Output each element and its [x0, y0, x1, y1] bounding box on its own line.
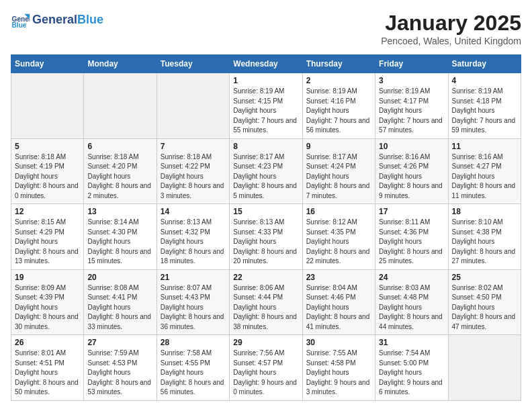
day-number: 14 [161, 207, 226, 216]
day-info: Sunrise: 8:13 AMSunset: 4:33 PMDaylight … [233, 218, 298, 267]
day-info: Sunrise: 7:59 AMSunset: 4:53 PMDaylight … [87, 349, 152, 398]
day-info: Sunrise: 8:17 AMSunset: 4:24 PMDaylight … [306, 152, 371, 201]
day-number: 11 [452, 142, 517, 151]
day-number: 23 [306, 273, 371, 282]
day-info: Sunrise: 8:14 AMSunset: 4:30 PMDaylight … [87, 218, 152, 267]
calendar-table: SundayMondayTuesdayWednesdayThursdayFrid… [11, 54, 521, 401]
day-cell: 12Sunrise: 8:15 AMSunset: 4:29 PMDayligh… [11, 204, 84, 270]
day-cell: 27Sunrise: 7:59 AMSunset: 4:53 PMDayligh… [84, 335, 157, 401]
day-cell: 7Sunrise: 8:18 AMSunset: 4:22 PMDaylight… [157, 138, 229, 204]
day-cell: 28Sunrise: 7:58 AMSunset: 4:55 PMDayligh… [157, 335, 229, 401]
day-number: 29 [233, 338, 298, 347]
day-number: 5 [15, 142, 80, 151]
calendar-title: January 2025 [381, 11, 521, 36]
day-number: 19 [15, 273, 80, 282]
day-info: Sunrise: 8:02 AMSunset: 4:50 PMDaylight … [452, 283, 517, 332]
day-info: Sunrise: 8:03 AMSunset: 4:48 PMDaylight … [379, 283, 444, 332]
day-info: Sunrise: 8:16 AMSunset: 4:27 PMDaylight … [452, 152, 517, 201]
day-cell: 15Sunrise: 8:13 AMSunset: 4:33 PMDayligh… [230, 204, 302, 270]
day-info: Sunrise: 8:19 AMSunset: 4:15 PMDaylight … [233, 87, 298, 136]
week-row-4: 19Sunrise: 8:09 AMSunset: 4:39 PMDayligh… [11, 269, 521, 335]
day-cell: 6Sunrise: 8:18 AMSunset: 4:20 PMDaylight… [84, 138, 157, 204]
day-cell: 8Sunrise: 8:17 AMSunset: 4:23 PMDaylight… [230, 138, 302, 204]
day-info: Sunrise: 8:10 AMSunset: 4:38 PMDaylight … [452, 218, 517, 267]
day-cell: 9Sunrise: 8:17 AMSunset: 4:24 PMDaylight… [302, 138, 375, 204]
day-cell [84, 73, 157, 139]
day-cell: 19Sunrise: 8:09 AMSunset: 4:39 PMDayligh… [11, 269, 84, 335]
day-number: 18 [452, 207, 517, 216]
day-number: 3 [379, 76, 444, 85]
day-info: Sunrise: 8:09 AMSunset: 4:39 PMDaylight … [15, 283, 80, 332]
weekday-header-row: SundayMondayTuesdayWednesdayThursdayFrid… [11, 55, 521, 73]
day-cell: 5Sunrise: 8:18 AMSunset: 4:19 PMDaylight… [11, 138, 84, 204]
day-cell: 31Sunrise: 7:54 AMSunset: 5:00 PMDayligh… [375, 335, 448, 401]
day-cell: 23Sunrise: 8:04 AMSunset: 4:46 PMDayligh… [302, 269, 375, 335]
day-number: 13 [87, 207, 152, 216]
weekday-header-tuesday: Tuesday [157, 55, 229, 73]
day-cell: 22Sunrise: 8:06 AMSunset: 4:44 PMDayligh… [230, 269, 302, 335]
day-cell: 29Sunrise: 7:56 AMSunset: 4:57 PMDayligh… [230, 335, 302, 401]
day-cell: 10Sunrise: 8:16 AMSunset: 4:26 PMDayligh… [375, 138, 448, 204]
day-cell [157, 73, 229, 139]
day-info: Sunrise: 8:18 AMSunset: 4:22 PMDaylight … [161, 152, 226, 201]
day-number: 6 [87, 142, 152, 151]
day-cell: 16Sunrise: 8:12 AMSunset: 4:35 PMDayligh… [302, 204, 375, 270]
day-number: 26 [15, 338, 80, 347]
day-number: 9 [306, 142, 371, 151]
day-info: Sunrise: 7:56 AMSunset: 4:57 PMDaylight … [233, 349, 298, 398]
day-info: Sunrise: 8:06 AMSunset: 4:44 PMDaylight … [233, 283, 298, 332]
weekday-header-wednesday: Wednesday [230, 55, 302, 73]
day-number: 28 [161, 338, 226, 347]
day-number: 8 [233, 142, 298, 151]
day-info: Sunrise: 8:15 AMSunset: 4:29 PMDaylight … [15, 218, 80, 267]
weekday-header-sunday: Sunday [11, 55, 84, 73]
day-info: Sunrise: 8:19 AMSunset: 4:18 PMDaylight … [452, 87, 517, 136]
weekday-header-monday: Monday [84, 55, 157, 73]
logo: General Blue GeneralBlue [11, 11, 103, 30]
day-info: Sunrise: 8:13 AMSunset: 4:32 PMDaylight … [161, 218, 226, 267]
day-info: Sunrise: 8:11 AMSunset: 4:36 PMDaylight … [379, 218, 444, 267]
day-info: Sunrise: 7:54 AMSunset: 5:00 PMDaylight … [379, 349, 444, 398]
day-info: Sunrise: 7:58 AMSunset: 4:55 PMDaylight … [161, 349, 226, 398]
day-info: Sunrise: 8:04 AMSunset: 4:46 PMDaylight … [306, 283, 371, 332]
day-cell: 11Sunrise: 8:16 AMSunset: 4:27 PMDayligh… [448, 138, 521, 204]
day-info: Sunrise: 8:18 AMSunset: 4:19 PMDaylight … [15, 152, 80, 201]
day-cell: 13Sunrise: 8:14 AMSunset: 4:30 PMDayligh… [84, 204, 157, 270]
day-cell: 3Sunrise: 8:19 AMSunset: 4:17 PMDaylight… [375, 73, 448, 139]
weekday-header-friday: Friday [375, 55, 448, 73]
day-number: 10 [379, 142, 444, 151]
day-number: 1 [233, 76, 298, 85]
day-number: 21 [161, 273, 226, 282]
day-number: 7 [161, 142, 226, 151]
day-cell: 30Sunrise: 7:55 AMSunset: 4:58 PMDayligh… [302, 335, 375, 401]
day-number: 22 [233, 273, 298, 282]
day-number: 27 [87, 338, 152, 347]
day-cell: 14Sunrise: 8:13 AMSunset: 4:32 PMDayligh… [157, 204, 229, 270]
day-number: 24 [379, 273, 444, 282]
page-header: General Blue GeneralBlue January 2025 Pe… [11, 11, 521, 46]
day-number: 2 [306, 76, 371, 85]
weekday-header-saturday: Saturday [448, 55, 521, 73]
day-cell: 25Sunrise: 8:02 AMSunset: 4:50 PMDayligh… [448, 269, 521, 335]
day-number: 30 [306, 338, 371, 347]
day-info: Sunrise: 8:19 AMSunset: 4:17 PMDaylight … [379, 87, 444, 136]
day-cell: 26Sunrise: 8:01 AMSunset: 4:51 PMDayligh… [11, 335, 84, 401]
logo-icon: General Blue [11, 11, 30, 30]
day-number: 20 [87, 273, 152, 282]
day-number: 15 [233, 207, 298, 216]
day-cell: 21Sunrise: 8:07 AMSunset: 4:43 PMDayligh… [157, 269, 229, 335]
logo-line1: GeneralBlue [32, 13, 103, 27]
day-cell: 4Sunrise: 8:19 AMSunset: 4:18 PMDaylight… [448, 73, 521, 139]
svg-text:Blue: Blue [12, 21, 27, 29]
weekday-header-thursday: Thursday [302, 55, 375, 73]
day-cell [11, 73, 84, 139]
day-cell: 17Sunrise: 8:11 AMSunset: 4:36 PMDayligh… [375, 204, 448, 270]
day-cell: 20Sunrise: 8:08 AMSunset: 4:41 PMDayligh… [84, 269, 157, 335]
week-row-2: 5Sunrise: 8:18 AMSunset: 4:19 PMDaylight… [11, 138, 521, 204]
day-info: Sunrise: 8:08 AMSunset: 4:41 PMDaylight … [87, 283, 152, 332]
day-info: Sunrise: 8:18 AMSunset: 4:20 PMDaylight … [87, 152, 152, 201]
day-info: Sunrise: 8:12 AMSunset: 4:35 PMDaylight … [306, 218, 371, 267]
day-cell: 18Sunrise: 8:10 AMSunset: 4:38 PMDayligh… [448, 204, 521, 270]
day-info: Sunrise: 7:55 AMSunset: 4:58 PMDaylight … [306, 349, 371, 398]
day-info: Sunrise: 8:19 AMSunset: 4:16 PMDaylight … [306, 87, 371, 136]
